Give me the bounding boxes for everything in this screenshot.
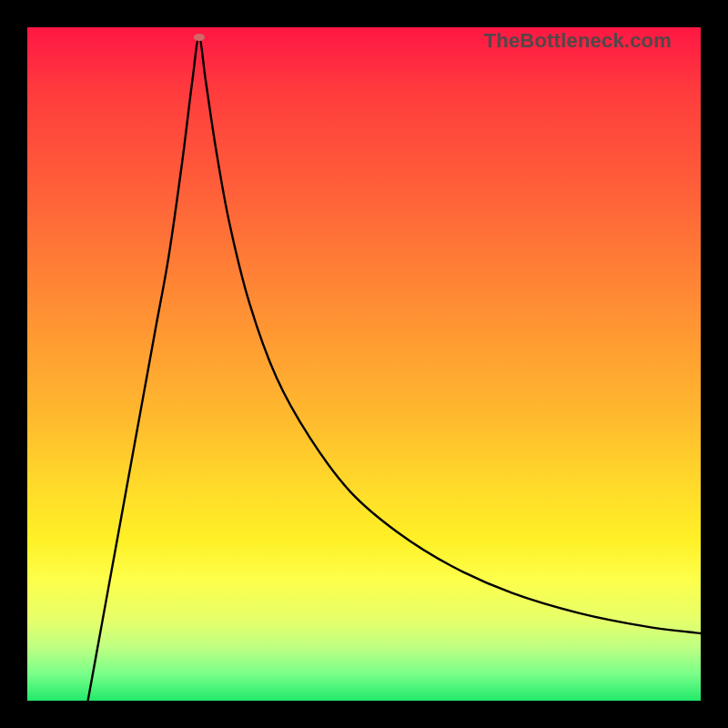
chart-plot-area: TheBottleneck.com	[27, 27, 701, 701]
chart-frame: TheBottleneck.com	[0, 0, 728, 728]
curve-path	[88, 37, 701, 701]
watermark-text: TheBottleneck.com	[484, 29, 672, 53]
minimum-marker	[194, 34, 205, 41]
chart-curve-svg	[27, 27, 701, 701]
